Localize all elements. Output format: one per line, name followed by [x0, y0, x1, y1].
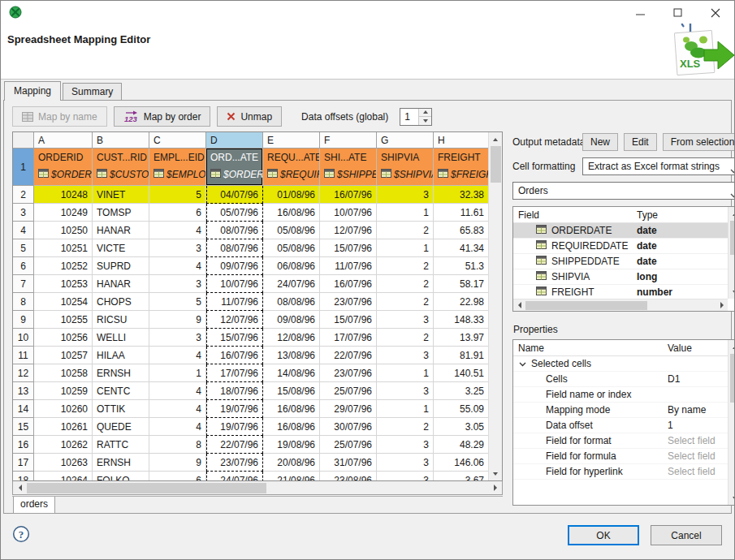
- grid-cell[interactable]: 17/07/96: [320, 329, 377, 347]
- grid-cell[interactable]: 41.34: [434, 239, 488, 257]
- new-button[interactable]: New: [582, 133, 618, 151]
- field-row[interactable]: SHIPPEDDATEdate: [513, 254, 728, 269]
- grid-cell[interactable]: 05/07/96: [206, 204, 263, 222]
- mapped-cell-H1[interactable]: FREIGHT$FREIGHT: [434, 149, 488, 186]
- scroll-down-button[interactable]: [729, 285, 735, 299]
- mapped-cell-E1[interactable]: REQU...ATE$REQUIREDDATE: [263, 149, 320, 186]
- property-row[interactable]: Data offset1: [513, 418, 728, 433]
- grid-cell[interactable]: 08/07/96: [206, 222, 263, 239]
- scroll-down-button[interactable]: [489, 467, 503, 480]
- grid-cell[interactable]: 10263: [34, 454, 93, 472]
- grid-cell[interactable]: 12/07/96: [206, 311, 263, 329]
- grid-cell[interactable]: 11/07/96: [206, 293, 263, 311]
- grid-cell[interactable]: 3: [377, 347, 434, 364]
- grid-cell[interactable]: 18/07/96: [206, 382, 263, 400]
- mapped-cell-D1[interactable]: ORD...ATE$ORDERDATE: [206, 149, 263, 186]
- grid-cell[interactable]: 3: [377, 311, 434, 329]
- column-header-C[interactable]: C: [149, 132, 206, 149]
- data-offsets-value[interactable]: 1: [400, 109, 418, 125]
- grid-cell[interactable]: 55.09: [434, 400, 488, 418]
- grid-cell[interactable]: 30/07/96: [320, 418, 377, 436]
- row-number[interactable]: 5: [13, 239, 34, 257]
- spinner-up-button[interactable]: [419, 109, 431, 117]
- grid-cell[interactable]: CHOPS: [93, 293, 149, 311]
- grid-cell[interactable]: 10262: [34, 436, 93, 454]
- grid-cell[interactable]: 22/07/96: [320, 347, 377, 364]
- property-row[interactable]: Selected cells: [513, 356, 728, 372]
- record-dropdown[interactable]: Orders: [512, 182, 735, 200]
- grid-cell[interactable]: 10248: [34, 186, 93, 204]
- row-number[interactable]: 2: [13, 186, 34, 204]
- grid-cell[interactable]: 15/08/96: [263, 382, 320, 400]
- grid-cell[interactable]: 10253: [34, 275, 93, 293]
- grid-cell[interactable]: HANAR: [93, 222, 149, 239]
- grid-cell[interactable]: 4: [149, 257, 206, 275]
- grid-cell[interactable]: 2: [377, 222, 434, 239]
- grid-cell[interactable]: WELLI: [93, 329, 149, 347]
- grid-cell[interactable]: 10252: [34, 257, 93, 275]
- grid-cell[interactable]: 10254: [34, 293, 93, 311]
- column-header-D[interactable]: D: [206, 132, 263, 149]
- grid-cell[interactable]: 10260: [34, 400, 93, 418]
- grid-cell[interactable]: 3: [149, 329, 206, 347]
- map-by-order-button[interactable]: 123 Map by order: [114, 106, 211, 127]
- grid-cell[interactable]: 10256: [34, 329, 93, 347]
- grid-cell[interactable]: 4: [149, 222, 206, 239]
- field-row[interactable]: REQUIREDDATEdate: [513, 239, 728, 254]
- map-by-name-button[interactable]: Map by name: [12, 106, 107, 127]
- grid-cell[interactable]: 4: [149, 347, 206, 364]
- grid-cell[interactable]: 23/07/96: [206, 454, 263, 472]
- grid-cell[interactable]: 4: [149, 418, 206, 436]
- column-header-H[interactable]: H: [434, 132, 488, 149]
- grid-cell[interactable]: TOMSP: [93, 204, 149, 222]
- grid-cell[interactable]: 23/07/96: [320, 293, 377, 311]
- grid-cell[interactable]: VINET: [93, 186, 149, 204]
- grid-cell[interactable]: 19/08/96: [263, 436, 320, 454]
- row-number[interactable]: 10: [13, 329, 34, 347]
- grid-cell[interactable]: VICTE: [93, 239, 149, 257]
- grid-cell[interactable]: 11/07/96: [320, 257, 377, 275]
- grid-cell[interactable]: 10258: [34, 364, 93, 382]
- grid-cell[interactable]: 8: [149, 436, 206, 454]
- grid-cell[interactable]: 16/07/96: [320, 275, 377, 293]
- row-number[interactable]: 14: [13, 400, 34, 418]
- grid-cell[interactable]: 05/08/96: [263, 239, 320, 257]
- grid-cell[interactable]: 140.51: [434, 364, 488, 382]
- scroll-right-button[interactable]: [716, 299, 728, 312]
- grid-cell[interactable]: 10250: [34, 222, 93, 239]
- scroll-down-button[interactable]: [729, 491, 735, 505]
- unmap-button[interactable]: Unmap: [217, 106, 282, 127]
- grid-cell[interactable]: 6: [149, 472, 206, 480]
- grid-cell[interactable]: 15/07/96: [320, 311, 377, 329]
- grid-cell[interactable]: 1: [377, 239, 434, 257]
- grid-cell[interactable]: 2: [377, 418, 434, 436]
- grid-cell[interactable]: 4: [149, 382, 206, 400]
- grid-cell[interactable]: 3: [377, 186, 434, 204]
- grid-cell[interactable]: 3.05: [434, 418, 488, 436]
- row-number[interactable]: 15: [13, 418, 34, 436]
- cancel-button[interactable]: Cancel: [651, 525, 722, 545]
- row-number[interactable]: 17: [13, 454, 34, 472]
- grid-cell[interactable]: 3: [149, 239, 206, 257]
- scroll-up-button[interactable]: [729, 207, 735, 221]
- sheet-tab-orders[interactable]: orders: [13, 497, 55, 514]
- field-table-vscrollbar[interactable]: [728, 207, 735, 299]
- grid-cell[interactable]: 20/08/96: [263, 454, 320, 472]
- scroll-right-button[interactable]: [488, 481, 502, 495]
- scroll-up-button[interactable]: [489, 132, 503, 146]
- mapped-cell-C1[interactable]: EMPL...EID$EMPLOYEEID: [149, 149, 206, 186]
- grid-cell[interactable]: 01/08/96: [263, 186, 320, 204]
- grid-cell[interactable]: 3.25: [434, 382, 488, 400]
- grid-cell[interactable]: 23/08/96: [320, 472, 377, 480]
- grid-cell[interactable]: 146.06: [434, 454, 488, 472]
- grid-cell[interactable]: 3: [377, 436, 434, 454]
- grid-cell[interactable]: 08/07/96: [206, 239, 263, 257]
- spinner-down-button[interactable]: [419, 116, 431, 125]
- grid-cell[interactable]: 16/08/96: [263, 204, 320, 222]
- mapped-cell-F1[interactable]: SHI...ATE$SHIPPEDDATE: [320, 149, 377, 186]
- row-number[interactable]: 4: [13, 222, 34, 239]
- grid-cell[interactable]: 16/07/96: [206, 347, 263, 364]
- grid-cell[interactable]: 58.17: [434, 275, 488, 293]
- grid-cell[interactable]: 3: [377, 472, 434, 480]
- property-row[interactable]: Field for hyperlinkSelect field: [513, 464, 728, 480]
